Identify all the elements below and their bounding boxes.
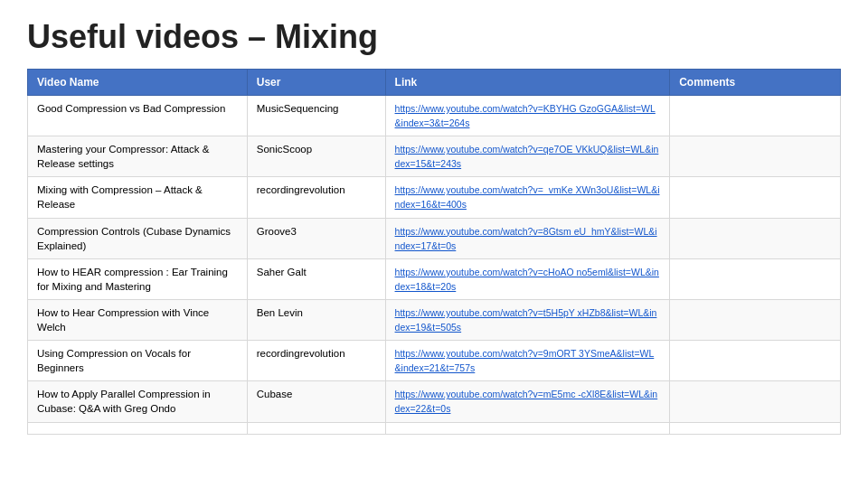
- cell-video-name: Using Compression on Vocals for Beginner…: [28, 341, 248, 381]
- table-row: Mixing with Compression – Attack & Relea…: [28, 177, 841, 218]
- video-link[interactable]: https://www.youtube.com/watch?v=8Gtsm eU…: [395, 226, 657, 251]
- cell-link[interactable]: https://www.youtube.com/watch?v=mE5mc -c…: [385, 381, 670, 422]
- cell-link[interactable]: [385, 422, 670, 434]
- table-row: Compression Controls (Cubase Dynamics Ex…: [28, 218, 841, 258]
- cell-video-name: Good Compression vs Bad Compression: [28, 96, 248, 136]
- cell-comments: [670, 381, 841, 422]
- cell-link[interactable]: https://www.youtube.com/watch?v=9mORT 3Y…: [385, 341, 670, 381]
- table-row: How to Hear Compression with Vince Welch…: [28, 299, 841, 340]
- header-link: Link: [385, 70, 670, 96]
- videos-table: Video Name User Link Comments Good Compr…: [27, 69, 841, 435]
- page-title: Useful videos – Mixing: [27, 18, 841, 56]
- cell-link[interactable]: https://www.youtube.com/watch?v=qe7OE VK…: [385, 136, 670, 177]
- cell-link[interactable]: https://www.youtube.com/watch?v=KBYHG Gz…: [385, 96, 670, 136]
- video-link[interactable]: https://www.youtube.com/watch?v=cHoAO no…: [395, 267, 659, 292]
- video-link[interactable]: https://www.youtube.com/watch?v=mE5mc -c…: [395, 389, 658, 414]
- cell-video-name: Compression Controls (Cubase Dynamics Ex…: [28, 218, 248, 258]
- cell-video-name: Mastering your Compressor: Attack & Rele…: [28, 136, 248, 177]
- header-comments: Comments: [670, 70, 841, 96]
- cell-video-name: How to HEAR compression : Ear Training f…: [28, 258, 248, 299]
- header-user: User: [247, 70, 385, 96]
- cell-comments: [670, 177, 841, 218]
- cell-comments: [670, 299, 841, 340]
- video-link[interactable]: https://www.youtube.com/watch?v=9mORT 3Y…: [395, 348, 655, 373]
- cell-user: [247, 422, 385, 434]
- cell-comments: [670, 422, 841, 434]
- cell-user: recordingrevolution: [247, 341, 385, 381]
- cell-link[interactable]: https://www.youtube.com/watch?v=t5H5pY x…: [385, 299, 670, 340]
- cell-user: Cubase: [247, 381, 385, 422]
- table-row: How to HEAR compression : Ear Training f…: [28, 258, 841, 299]
- video-link[interactable]: https://www.youtube.com/watch?v=KBYHG Gz…: [395, 103, 656, 128]
- cell-link[interactable]: https://www.youtube.com/watch?v=_vmKe XW…: [385, 177, 670, 218]
- cell-link[interactable]: https://www.youtube.com/watch?v=8Gtsm eU…: [385, 218, 670, 258]
- cell-video-name: Mixing with Compression – Attack & Relea…: [28, 177, 248, 218]
- video-link[interactable]: https://www.youtube.com/watch?v=t5H5pY x…: [395, 307, 657, 333]
- header-name: Video Name: [28, 70, 248, 96]
- cell-user: SonicScoop: [247, 136, 385, 177]
- cell-video-name: How to Hear Compression with Vince Welch: [28, 299, 248, 340]
- cell-user: recordingrevolution: [247, 177, 385, 218]
- cell-video-name: [28, 422, 248, 434]
- table-row: [28, 422, 841, 434]
- cell-comments: [670, 136, 841, 177]
- cell-comments: [670, 96, 841, 136]
- video-link[interactable]: https://www.youtube.com/watch?v=_vmKe XW…: [395, 184, 660, 210]
- video-link[interactable]: https://www.youtube.com/watch?v=qe7OE VK…: [395, 144, 659, 169]
- cell-user: Saher Galt: [247, 258, 385, 299]
- table-row: Good Compression vs Bad CompressionMusic…: [28, 96, 841, 136]
- cell-user: Groove3: [247, 218, 385, 258]
- table-row: How to Apply Parallel Compression in Cub…: [28, 381, 841, 422]
- table-row: Using Compression on Vocals for Beginner…: [28, 341, 841, 381]
- cell-comments: [670, 341, 841, 381]
- cell-user: Ben Levin: [247, 299, 385, 340]
- cell-link[interactable]: https://www.youtube.com/watch?v=cHoAO no…: [385, 258, 670, 299]
- cell-video-name: How to Apply Parallel Compression in Cub…: [28, 381, 248, 422]
- cell-user: MusicSequencing: [247, 96, 385, 136]
- cell-comments: [670, 218, 841, 258]
- cell-comments: [670, 258, 841, 299]
- table-row: Mastering your Compressor: Attack & Rele…: [28, 136, 841, 177]
